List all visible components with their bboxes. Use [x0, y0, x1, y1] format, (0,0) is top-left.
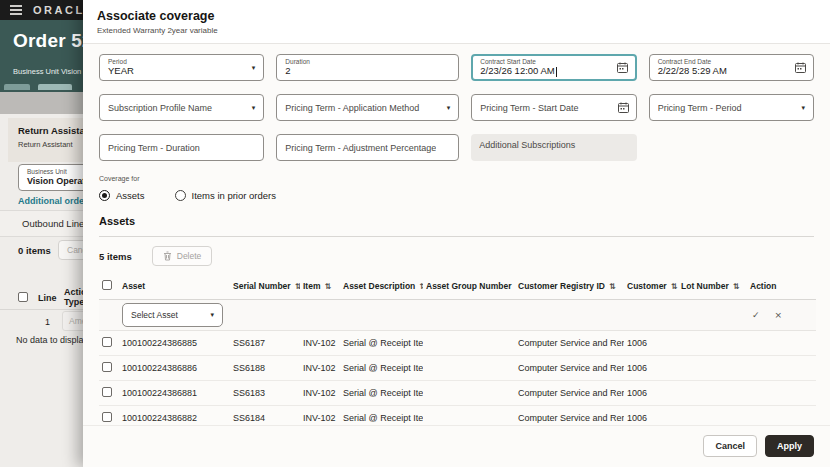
contract-end-date-input[interactable]: Contract End Date 2/22/28 5:29 AM: [649, 54, 814, 81]
cell-group: [423, 381, 515, 406]
pricing-period-placeholder: Pricing Term - Period: [658, 103, 791, 113]
cell-action: [747, 381, 816, 406]
drawer-body: Period YEAR ▾ Duration 2 Contract Start …: [83, 44, 830, 425]
confirm-icon[interactable]: ✓: [752, 310, 760, 320]
drawer-footer: Cancel Apply: [83, 425, 830, 467]
cell-action: [747, 331, 816, 356]
cell-item: INV-102: [300, 381, 340, 406]
cell-registry: Computer Service and Rentals: [515, 406, 624, 426]
table-row: 100100224386886 SS6188 INV-102 Serial @ …: [99, 356, 816, 381]
assets-table: Asset Serial Number⇅ Item⇅ Asset Descrip…: [99, 273, 816, 425]
cell-registry: Computer Service and Rentals: [515, 356, 624, 381]
column-customer-registry-id: Customer Registry ID⇅: [515, 273, 624, 300]
pricing-adjustment-input[interactable]: Pricing Term - Adjustment Percentage: [276, 134, 459, 161]
drawer-header: Associate coverage Extended Warranty 2ye…: [83, 0, 830, 44]
pricing-start-date-input[interactable]: Pricing Term - Start Date: [471, 94, 636, 121]
select-asset-dropdown[interactable]: Select Asset ▾: [122, 303, 223, 327]
sort-icon[interactable]: ⇅: [733, 282, 740, 291]
subscription-profile-select[interactable]: Subscription Profile Name ▾: [99, 94, 264, 121]
sort-icon[interactable]: ⇅: [609, 282, 616, 291]
cell-item: INV-102: [300, 331, 340, 356]
sort-icon[interactable]: ⇅: [295, 282, 300, 291]
pricing-application-method-select[interactable]: Pricing Term - Application Method ▾: [276, 94, 459, 121]
row-checkbox[interactable]: [102, 387, 112, 397]
apply-button[interactable]: Apply: [765, 435, 814, 457]
cell-lot: [678, 406, 747, 426]
cell-serial: SS6188: [230, 356, 300, 381]
select-all-assets-checkbox[interactable]: [102, 280, 112, 290]
sort-icon[interactable]: ⇅: [671, 282, 678, 291]
pricing-start-date-placeholder: Pricing Term - Start Date: [480, 103, 613, 113]
row-checkbox[interactable]: [102, 412, 112, 422]
cell-description: Serial @ Receipt Item: [340, 356, 423, 381]
pricing-duration-input[interactable]: Pricing Term - Duration: [99, 134, 264, 161]
cell-group: [423, 356, 515, 381]
cell-group: [423, 331, 515, 356]
cell-serial: SS6184: [230, 406, 300, 426]
cell-item: INV-102: [300, 406, 340, 426]
chevron-down-icon: ▾: [801, 103, 805, 111]
column-line: Line: [38, 293, 57, 303]
period-label: Period: [108, 58, 241, 65]
hamburger-menu-icon[interactable]: [10, 5, 22, 15]
text-cursor: [556, 67, 557, 77]
calendar-icon[interactable]: [795, 59, 806, 77]
cell-lot: [678, 356, 747, 381]
pricing-period-select[interactable]: Pricing Term - Period ▾: [649, 94, 814, 121]
table-row: 100100224386882 SS6184 INV-102 Serial @ …: [99, 406, 816, 426]
row-checkbox[interactable]: [102, 337, 112, 347]
contract-start-label: Contract Start Date: [480, 58, 612, 65]
sort-icon[interactable]: ⇅: [324, 282, 331, 291]
coverage-form: Period YEAR ▾ Duration 2 Contract Start …: [99, 54, 814, 161]
cell-asset: 100100224386885: [119, 331, 230, 356]
sort-icon[interactable]: ⇅: [419, 282, 423, 291]
no-data-message: No data to display.: [16, 335, 90, 345]
calendar-icon[interactable]: [618, 99, 629, 117]
additional-subscriptions-field: Additional Subscriptions: [471, 134, 636, 161]
cell-registry: Computer Service and Rentals: [515, 331, 624, 356]
chevron-down-icon: ▾: [252, 103, 256, 111]
outbound-items-count: 0 items: [18, 245, 51, 256]
delete-button[interactable]: Delete: [152, 246, 213, 266]
contract-start-date-input[interactable]: Contract Start Date 2/23/26 12:00 AM: [471, 54, 636, 81]
cell-description: Serial @ Receipt Item: [340, 331, 423, 356]
assets-count: 5 items: [99, 251, 132, 262]
column-item: Item⇅: [300, 273, 340, 300]
select-all-checkbox[interactable]: [18, 292, 28, 302]
cell-customer: 1006: [624, 331, 678, 356]
radio-items-prior-orders[interactable]: Items in prior orders: [175, 190, 276, 201]
pricing-application-method-placeholder: Pricing Term - Application Method: [285, 103, 436, 113]
asset-editor-row: Select Asset ▾ ✓ ×: [99, 300, 816, 331]
row-checkbox[interactable]: [102, 362, 112, 372]
cell-item: INV-102: [300, 356, 340, 381]
cell-asset: 100100224386881: [119, 381, 230, 406]
radio-assets-label: Assets: [116, 190, 145, 201]
cancel-button[interactable]: Cancel: [703, 435, 757, 457]
cell-asset: 100100224386882: [119, 406, 230, 426]
line-number-cell: 1: [45, 317, 50, 327]
cell-customer: 1006: [624, 356, 678, 381]
cell-serial: SS6183: [230, 381, 300, 406]
column-customer: Customer⇅: [624, 273, 678, 300]
assets-section-heading: Assets: [99, 215, 814, 237]
drawer-title: Associate coverage: [97, 9, 816, 23]
cell-customer: 1006: [624, 406, 678, 426]
pricing-adjustment-placeholder: Pricing Term - Adjustment Percentage: [285, 143, 436, 153]
cancel-icon[interactable]: ×: [775, 310, 783, 320]
duration-input[interactable]: Duration 2: [276, 54, 459, 81]
assets-header-row: Asset Serial Number⇅ Item⇅ Asset Descrip…: [99, 273, 816, 300]
column-serial-number: Serial Number⇅: [230, 273, 300, 300]
period-select[interactable]: Period YEAR ▾: [99, 54, 264, 81]
cell-lot: [678, 381, 747, 406]
chevron-down-icon: ▾: [447, 103, 451, 111]
calendar-icon[interactable]: [617, 59, 628, 77]
radio-assets[interactable]: Assets: [99, 190, 145, 201]
duration-value: 2: [285, 66, 436, 76]
column-asset-group-number: Asset Group Number⇅: [423, 273, 515, 300]
grid-spacer: [649, 134, 814, 161]
cell-action: [747, 406, 816, 426]
duration-label: Duration: [285, 58, 436, 65]
column-lot-number: Lot Number⇅: [678, 273, 747, 300]
table-row: 100100224386881 SS6183 INV-102 Serial @ …: [99, 381, 816, 406]
cell-asset: 100100224386886: [119, 356, 230, 381]
